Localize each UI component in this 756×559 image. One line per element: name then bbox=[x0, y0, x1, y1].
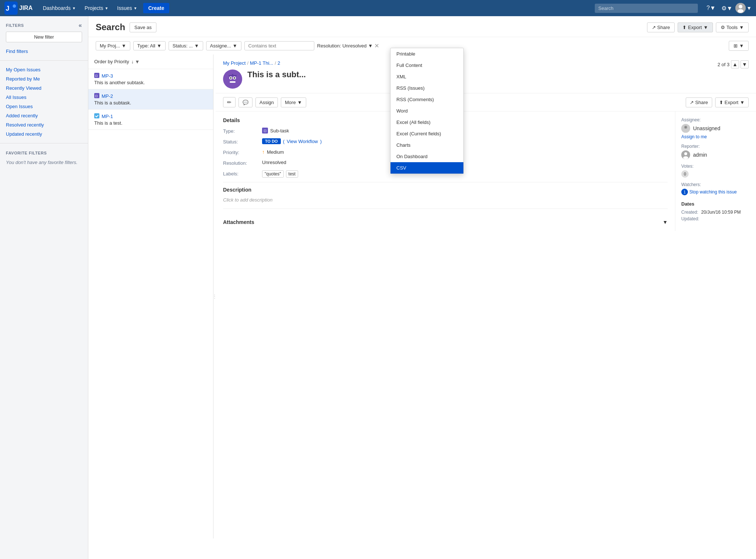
export-option-full-content[interactable]: Full Content bbox=[391, 60, 463, 71]
export-option-excel-current[interactable]: Excel (Current fields) bbox=[391, 128, 463, 139]
export-option-printable[interactable]: Printable bbox=[391, 48, 463, 60]
export-option-word[interactable]: Word bbox=[391, 105, 463, 117]
export-dropdown: Printable Full Content XML RSS (Issues) … bbox=[390, 48, 464, 174]
export-option-charts[interactable]: Charts bbox=[391, 139, 463, 151]
export-option-on-dashboard[interactable]: On Dashboard bbox=[391, 151, 463, 162]
dropdown-overlay[interactable] bbox=[0, 0, 756, 559]
export-option-csv[interactable]: CSV bbox=[391, 162, 463, 174]
export-option-xml[interactable]: XML bbox=[391, 71, 463, 82]
export-option-rss-issues[interactable]: RSS (Issues) bbox=[391, 82, 463, 94]
export-option-excel-all[interactable]: Excel (All fields) bbox=[391, 117, 463, 128]
export-option-rss-comments[interactable]: RSS (Comments) bbox=[391, 94, 463, 105]
